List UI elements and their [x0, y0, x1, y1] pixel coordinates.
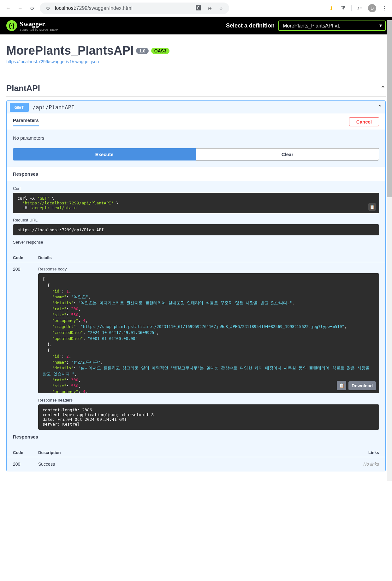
tag-name: PlantAPI — [6, 83, 40, 93]
reload-button[interactable]: ⟳ — [28, 4, 37, 13]
operation-path: /api/PlantAPI — [33, 104, 74, 111]
nav-forward-button[interactable]: → — [16, 4, 25, 13]
col-description-header: Description — [38, 450, 354, 455]
version-badge: 1.0 — [136, 48, 148, 54]
download-button[interactable]: Download — [348, 381, 376, 390]
response-headers-label: Response headers — [38, 398, 379, 402]
page-scrollbar[interactable] — [387, 20, 392, 481]
swagger-logo-sub: Supported by SMARTBEAR — [20, 28, 58, 31]
documented-response-row: 200 Success No links — [7, 457, 385, 471]
scrollbar-thumb[interactable] — [387, 20, 392, 197]
response-row: 200 Response body [ { "id": 1, "name": "… — [7, 262, 385, 434]
bookmark-icon[interactable]: ☆ — [217, 4, 225, 12]
parameters-tab[interactable]: Parameters — [13, 118, 39, 126]
chevron-up-icon: ⌃ — [377, 104, 382, 111]
swagger-logo: {·} Swagger. Supported by SMARTBEAR — [6, 20, 58, 31]
toolbar-divider — [351, 5, 352, 11]
request-url-block: https://localhost:7299/api/PlantAPI — [13, 224, 379, 235]
zoom-icon[interactable]: ⊖ — [206, 4, 213, 12]
parameters-header-row: Parameters Cancel — [7, 114, 385, 130]
menu-icon[interactable]: ⋮ — [381, 4, 388, 12]
profile-avatar[interactable]: D — [368, 4, 376, 12]
col-details-header: Details — [38, 255, 379, 260]
spec-url-link[interactable]: https://localhost:7299/swagger/v1/swagge… — [6, 59, 99, 64]
copy-curl-button[interactable]: 📋 — [368, 203, 376, 211]
download-arrow-icon[interactable]: ⬇ — [327, 4, 335, 12]
clear-button[interactable]: Clear — [196, 148, 379, 160]
extensions-icon[interactable]: ⧩ — [339, 4, 347, 12]
operation-block: GET /api/PlantAPI ⌃ Parameters Cancel No… — [6, 100, 386, 471]
documented-response-desc: Success — [38, 462, 354, 467]
copy-response-button[interactable]: 📋 — [337, 381, 346, 390]
col-code-header: Code — [13, 255, 38, 260]
response-body-block[interactable]: [ { "id": 1, "name": "여인초", "details": "… — [38, 273, 379, 393]
method-badge: GET — [10, 103, 29, 112]
curl-block: curl -X 'GET' \ 'https://localhost:7299/… — [13, 193, 379, 213]
server-response-label: Server response — [13, 240, 379, 245]
documented-response-code: 200 — [13, 462, 38, 467]
col-code-header: Code — [13, 450, 38, 455]
responses-header: Responses — [7, 167, 385, 181]
responses-section-label: Responses — [13, 434, 379, 439]
request-url-label: Request URL — [13, 218, 379, 222]
response-headers-block: content-length: 2386 content-type: appli… — [38, 404, 379, 430]
nav-back-button[interactable]: ← — [4, 4, 13, 13]
url-text: localhost:7299/swagger/index.html — [55, 5, 133, 11]
swagger-logo-icon: {·} — [6, 20, 17, 31]
operation-header[interactable]: GET /api/PlantAPI ⌃ — [7, 101, 385, 114]
site-settings-icon[interactable]: ⚙ — [44, 4, 52, 12]
browser-toolbar: ← → ⟳ ⚙ localhost:7299/swagger/index.htm… — [0, 0, 392, 17]
col-links-header: Links — [354, 450, 379, 455]
definition-select[interactable]: MorePlants_PlantsAPI v1 — [278, 21, 386, 31]
oas-badge: OAS3 — [151, 48, 169, 54]
cancel-button[interactable]: Cancel — [349, 117, 379, 126]
curl-label: Curl — [13, 186, 379, 191]
definition-label: Select a definition — [226, 22, 275, 29]
swagger-topbar: {·} Swagger. Supported by SMARTBEAR Sele… — [0, 17, 392, 34]
chevron-up-icon: ⌃ — [380, 85, 386, 92]
translate-icon[interactable]: 🅶 — [194, 4, 202, 12]
tag-header[interactable]: PlantAPI ⌃ — [6, 80, 386, 97]
execute-button[interactable]: Execute — [13, 148, 196, 160]
swagger-logo-text: Swagger. — [20, 20, 58, 28]
api-title: MorePlants_PlantsAPI — [6, 44, 134, 57]
media-icon[interactable]: ♪≡ — [356, 4, 364, 12]
response-code: 200 — [13, 267, 38, 430]
response-body-label: Response body — [38, 267, 379, 271]
no-links-text: No links — [354, 462, 379, 467]
no-parameters-text: No parameters — [7, 130, 385, 148]
url-bar[interactable]: ⚙ localhost:7299/swagger/index.html 🅶 ⊖ … — [40, 3, 229, 14]
